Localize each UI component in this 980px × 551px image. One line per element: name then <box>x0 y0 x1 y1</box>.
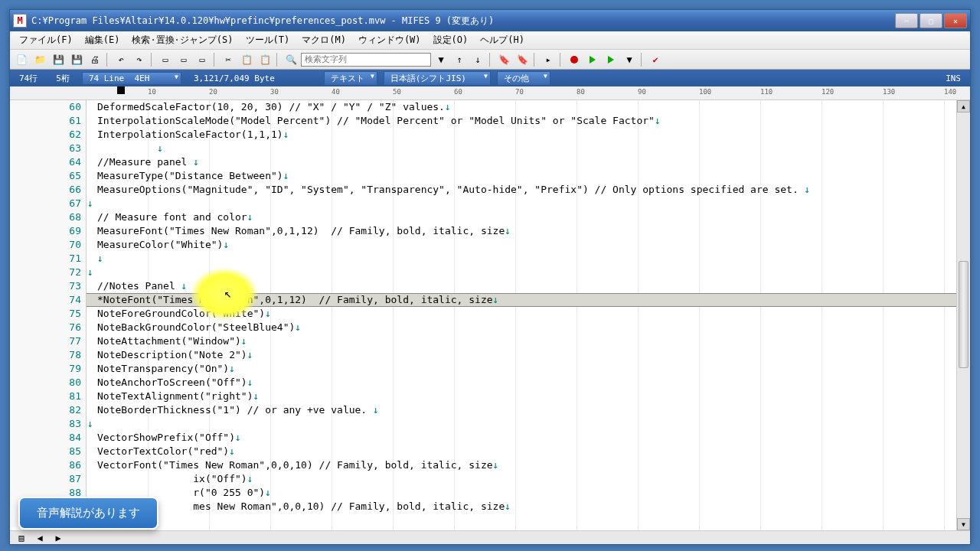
line-text[interactable]: NoteTextAlignment("right")↓ <box>94 390 259 403</box>
line-text[interactable]: // Measure font and color↓ <box>94 210 253 224</box>
print-icon[interactable]: 🖨 <box>87 52 103 67</box>
status-encoding-dropdown[interactable]: 日本語(シフトJIS) <box>384 71 491 86</box>
menu-help[interactable]: ヘルプ(H) <box>474 32 531 48</box>
line-text[interactable]: InterpolationScaleMode("Model Percent") … <box>94 114 661 128</box>
menu-edit[interactable]: 編集(E) <box>79 32 126 48</box>
open-icon[interactable]: 📁 <box>31 52 48 67</box>
code-line[interactable]: 60DeformedScaleFactor(10, 20, 30) // "X"… <box>10 100 956 114</box>
code-line[interactable]: 70MeasureColor("White")↓ <box>10 238 956 252</box>
doc2-icon[interactable]: ▭ <box>175 52 192 67</box>
run-icon[interactable]: ▸ <box>540 52 557 67</box>
status-charset-dropdown[interactable]: テキスト <box>324 71 377 86</box>
code-line[interactable]: 62InterpolationScaleFactor(1,1,1)↓ <box>10 128 956 142</box>
undo-icon[interactable]: ↶ <box>113 52 129 67</box>
redo-icon[interactable]: ↷ <box>131 52 148 67</box>
tab-list-icon[interactable]: ▤ <box>13 530 30 546</box>
code-line[interactable]: 82NoteBorderThickness("1") // or any +ve… <box>10 403 956 417</box>
cut-icon[interactable]: ✂ <box>220 52 237 67</box>
line-text[interactable]: NoteBackGroundColor("SteelBlue4")↓ <box>94 321 301 334</box>
code-line[interactable]: 61InterpolationScaleMode("Model Percent"… <box>10 114 956 128</box>
line-text[interactable]: NoteForeGroundColor("White")↓ <box>94 307 271 321</box>
line-text[interactable]: VectorFont("Times New Roman",0,0,10) // … <box>94 458 498 472</box>
code-line[interactable]: 67↓ <box>10 197 956 210</box>
code-line[interactable]: 71↓ <box>10 252 956 266</box>
bookmark2-icon[interactable]: 🔖 <box>514 52 531 67</box>
code-line[interactable]: 66MeasureOptions("Magnitude", "ID", "Sys… <box>10 183 956 197</box>
find-prev-icon[interactable]: ↑ <box>451 52 468 67</box>
doc1-icon[interactable]: ▭ <box>157 52 174 67</box>
doc3-icon[interactable]: ▭ <box>194 52 211 67</box>
search-input[interactable] <box>301 53 431 67</box>
scroll-down-icon[interactable]: ▼ <box>957 518 970 530</box>
paste-icon[interactable]: 📋 <box>256 52 273 67</box>
code-line[interactable]: 72↓ <box>10 266 956 279</box>
code-line[interactable]: 79NoteTransparency("On")↓ <box>10 362 956 376</box>
scroll-thumb[interactable] <box>959 261 969 368</box>
line-text[interactable]: MeasureColor("White")↓ <box>94 238 229 252</box>
play-dropdown-icon[interactable]: ▼ <box>621 52 638 67</box>
code-line[interactable]: 86VectorFont("Times New Roman",0,0,10) /… <box>10 458 956 472</box>
line-text[interactable]: MeasureFont("Times New Roman",0,1,12) //… <box>94 224 511 238</box>
line-text[interactable]: *NoteFont("Times New Roman",0,1,12) // F… <box>94 293 498 307</box>
vertical-scrollbar[interactable]: ▲ ▼ <box>956 100 970 530</box>
code-line[interactable]: 73//Notes Panel ↓ <box>10 279 956 293</box>
code-line[interactable]: 87 ix("Off")↓ <box>10 472 956 486</box>
line-text[interactable]: InterpolationScaleFactor(1,1,1)↓ <box>94 128 289 142</box>
tab-prev-icon[interactable]: ◀ <box>31 530 48 546</box>
new-icon[interactable]: 📄 <box>13 52 30 67</box>
line-text[interactable]: NoteTransparency("On")↓ <box>94 362 235 376</box>
code-line[interactable]: 68// Measure font and color↓ <box>10 210 956 224</box>
line-text[interactable]: NoteAttachment("Window")↓ <box>94 334 247 348</box>
code-line[interactable]: 75NoteForeGroundColor("White")↓ <box>10 307 956 321</box>
play2-icon[interactable] <box>603 52 619 67</box>
menu-tool[interactable]: ツール(T) <box>240 32 296 48</box>
code-line[interactable]: 78NoteDescription("Note 2")↓ <box>10 348 956 362</box>
line-text[interactable]: NoteAnchorToScreen("Off")↓ <box>94 376 253 390</box>
code-line[interactable]: 81NoteTextAlignment("right")↓ <box>10 390 956 403</box>
check-icon[interactable]: ✔ <box>647 52 664 67</box>
line-text[interactable]: NoteDescription("Note 2")↓ <box>94 348 253 362</box>
line-text[interactable]: ↓ <box>94 142 163 155</box>
menu-search[interactable]: 検索·置換·ジャンプ(S) <box>126 32 239 48</box>
line-text[interactable] <box>94 417 103 431</box>
line-text[interactable]: VectorShowPrefix("Off")↓ <box>94 431 241 445</box>
code-line[interactable]: 74*NoteFont("Times New Roman",0,1,12) //… <box>10 293 956 307</box>
code-line[interactable]: 69MeasureFont("Times New Roman",0,1,12) … <box>10 224 956 238</box>
line-text[interactable] <box>94 266 103 279</box>
code-line[interactable]: 83↓ <box>10 417 956 431</box>
scroll-up-icon[interactable]: ▲ <box>957 100 970 112</box>
code-line[interactable]: 84VectorShowPrefix("Off")↓ <box>10 431 956 445</box>
status-line-dropdown[interactable]: 74 Line 4EH <box>82 72 181 85</box>
copy-icon[interactable]: 📋 <box>238 52 255 67</box>
status-other-dropdown[interactable]: その他 <box>497 71 550 86</box>
line-text[interactable]: DeformedScaleFactor(10, 20, 30) // "X" /… <box>94 100 451 114</box>
line-text[interactable]: MeasureType("Distance Between")↓ <box>94 169 289 183</box>
line-text[interactable]: ↓ <box>94 252 103 266</box>
line-text[interactable]: VectorTextColor("red")↓ <box>94 445 235 458</box>
tab-next-icon[interactable]: ▶ <box>50 530 67 546</box>
save-icon[interactable]: 💾 <box>50 52 67 67</box>
dropdown-icon[interactable]: ▼ <box>433 52 449 67</box>
line-text[interactable]: //Notes Panel ↓ <box>94 279 187 293</box>
titlebar[interactable]: M C:¥Program Files¥Altair¥14.0.120¥hw¥pr… <box>10 10 970 31</box>
find-next-icon[interactable]: ↓ <box>469 52 486 67</box>
editor[interactable]: ↖ 60DeformedScaleFactor(10, 20, 30) // "… <box>10 100 956 530</box>
record-icon[interactable] <box>566 52 583 67</box>
close-button[interactable]: ✕ <box>944 13 967 28</box>
maximize-button[interactable]: □ <box>920 13 942 28</box>
code-line[interactable]: 85VectorTextColor("red")↓ <box>10 445 956 458</box>
code-line[interactable]: 77NoteAttachment("Window")↓ <box>10 334 956 348</box>
menu-window[interactable]: ウィンドウ(W) <box>352 32 427 48</box>
line-text[interactable]: MeasureOptions("Magnitude", "ID", "Syste… <box>94 183 810 197</box>
bookmark-icon[interactable]: 🔖 <box>495 52 512 67</box>
code-line[interactable]: 65MeasureType("Distance Between")↓ <box>10 169 956 183</box>
code-line[interactable]: 64//Measure panel ↓ <box>10 155 956 169</box>
code-line[interactable]: 63 ↓ <box>10 142 956 155</box>
line-text[interactable]: ix("Off")↓ <box>94 472 253 486</box>
line-text[interactable]: NoteBorderThickness("1") // or any +ve v… <box>94 403 379 417</box>
menu-macro[interactable]: マクロ(M) <box>296 32 352 48</box>
line-text[interactable]: //Measure panel ↓ <box>94 155 199 169</box>
code-line[interactable]: 80NoteAnchorToScreen("Off")↓ <box>10 376 956 390</box>
minimize-button[interactable]: ─ <box>895 13 918 28</box>
line-text[interactable] <box>94 197 103 210</box>
